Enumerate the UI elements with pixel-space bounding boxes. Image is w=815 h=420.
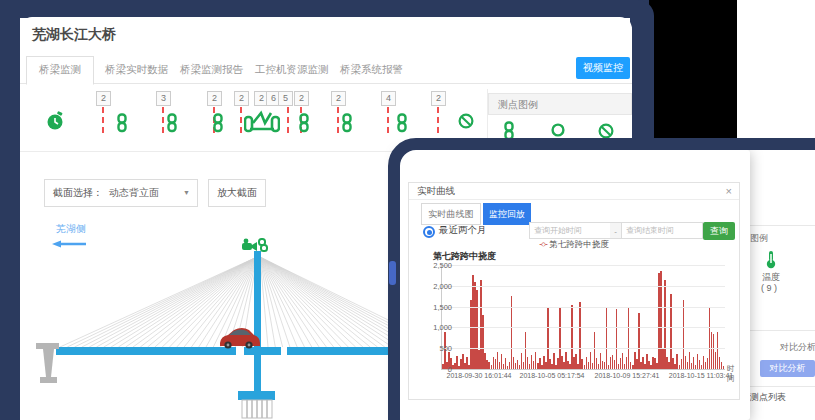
divider — [740, 386, 815, 387]
stopwatch-sensor-icon[interactable] — [46, 111, 62, 129]
tab-playback[interactable]: 监控回放 — [483, 203, 531, 225]
main-tab-5[interactable]: 桥梁系统报警 — [328, 57, 415, 82]
legend-panel-header: 测点图例 — [488, 93, 632, 115]
curve-dialog: 实时曲线 × 实时曲线图 监控回放 最近两个月 - 查询 -○- 第七跨跨中挠度… — [408, 182, 740, 400]
sensor-count-badge[interactable]: 2 — [331, 91, 346, 106]
query-end-time-input[interactable] — [621, 222, 703, 239]
main-tab-3[interactable]: 桥梁监测报告 — [168, 57, 255, 82]
section-select[interactable]: 截面选择： 动态背立面 ▼ — [44, 179, 198, 207]
divider — [740, 330, 815, 331]
link-sensor-icon[interactable] — [259, 239, 267, 251]
query-button[interactable]: 查询 — [703, 222, 735, 240]
gridline — [442, 286, 725, 287]
deck-joint — [281, 347, 287, 355]
alarm-dash-line — [102, 107, 104, 133]
right-panel-header: 图例 — [750, 232, 768, 245]
thermometer-icon[interactable] — [765, 250, 777, 273]
divider — [740, 225, 815, 226]
main-tabbar: 桥梁监测桥梁实时数据桥梁监测报告工控机资源监测桥梁系统报警 视频监控 — [20, 53, 632, 84]
bridge-tower — [254, 251, 261, 396]
overlay-frame-top — [0, 0, 649, 18]
recent-two-months-label: 最近两个月 — [439, 224, 487, 237]
camera-icon[interactable] — [242, 239, 257, 251]
x-tick-label: 2018-09-30 16:01:44 — [444, 372, 514, 379]
deck-joint — [236, 347, 244, 355]
link-sensor-icon[interactable] — [212, 113, 228, 131]
page-right-panel: 图例 温度 ( 9 ) 对比分析 对比分析 测点列表 — [740, 0, 815, 420]
link-sensor-icon[interactable] — [298, 113, 314, 131]
recent-two-months-radio[interactable] — [423, 226, 435, 238]
gridline — [442, 327, 725, 328]
link-sensor-icon[interactable] — [166, 113, 182, 131]
bearing-sensor-group-icon[interactable] — [244, 109, 260, 127]
sensor-count-badge[interactable]: 3 — [156, 91, 171, 106]
list-title: 测点列表 — [750, 391, 786, 404]
y-tick-label: 2,000 — [412, 282, 452, 291]
legend-label: 第七跨跨中挠度 — [549, 239, 609, 249]
alarm-dash-line — [337, 107, 339, 133]
overlay-frame-right — [630, 0, 654, 142]
legend-link-icon[interactable] — [503, 121, 519, 139]
legend-ring-icon[interactable] — [551, 123, 567, 141]
link-sensor-icon[interactable] — [341, 113, 357, 131]
x-tick-label: 2018-10-05 05:17:54 — [517, 372, 587, 379]
date-range-separator: - — [610, 222, 621, 239]
x-tick-label: 2018-10-09 15:27:41 — [592, 372, 662, 379]
realtime-curve-modal: 实时曲线 × 实时曲线图 监控回放 最近两个月 - 查询 -○- 第七跨跨中挠度… — [398, 150, 750, 420]
sensor-count-badge[interactable]: 2 — [431, 91, 446, 106]
close-icon[interactable]: × — [726, 184, 732, 198]
x-tick-label: 2018-10-15 11:03:41 — [666, 372, 736, 379]
main-tab-4[interactable]: 工控机资源监测 — [243, 57, 341, 82]
sensor-count-badge[interactable]: 2 — [207, 91, 222, 106]
screen: 图例 温度 ( 9 ) 对比分析 对比分析 测点列表 芜湖长江大桥 桥梁监测桥梁… — [0, 0, 815, 420]
dialog-title: 实时曲线 — [417, 185, 455, 198]
sensor-count-badge[interactable]: 2 — [96, 91, 111, 106]
y-tick-label: 2,500 — [412, 261, 452, 270]
left-abutment-pier — [36, 343, 59, 383]
query-start-time-input[interactable] — [529, 222, 611, 239]
page-title: 芜湖长江大桥 — [32, 26, 116, 44]
overlay-frame-left — [0, 0, 20, 420]
y-tick-label: 1,500 — [412, 303, 452, 312]
x-axis-title: 时间 — [727, 364, 739, 384]
tab-realtime-curve[interactable]: 实时曲线图 — [421, 203, 481, 225]
alarm-dash-line — [240, 107, 242, 133]
disabled-sensor-icon[interactable] — [458, 113, 474, 131]
chevron-down-icon: ▼ — [183, 180, 190, 206]
main-tab-1[interactable]: 桥梁监测 — [26, 56, 94, 85]
main-tab-2[interactable]: 桥梁实时数据 — [93, 57, 180, 82]
y-tick-label: 1,000 — [412, 323, 452, 332]
temp-count: ( 9 ) — [761, 283, 777, 293]
legend-ban-icon[interactable] — [598, 123, 614, 141]
alarm-dash-line — [287, 107, 289, 133]
alarm-dash-line — [437, 107, 439, 133]
video-monitor-button[interactable]: 视频监控 — [576, 57, 630, 79]
dialog-header: 实时曲线 × — [409, 183, 739, 200]
chart-bars — [442, 265, 725, 369]
alarm-dash-line — [162, 107, 164, 133]
gridline — [442, 348, 725, 349]
y-tick-label: 500 — [412, 344, 452, 353]
deflection-chart-plot — [441, 265, 725, 370]
compare-button[interactable]: 对比分析 — [760, 360, 815, 377]
compare-title: 对比分析 — [780, 341, 815, 354]
section-select-value: 动态背立面 — [109, 180, 159, 206]
link-sensor-icon[interactable] — [396, 113, 412, 131]
legend-marker-icon: -○- — [539, 239, 547, 249]
sensor-count-badge[interactable]: 4 — [381, 91, 396, 106]
zoom-section-button[interactable]: 放大截面 — [208, 179, 266, 207]
gridline — [442, 307, 725, 308]
sensor-count-badge[interactable]: 2 — [234, 91, 249, 106]
video-black-region — [649, 0, 737, 139]
alarm-dash-line — [387, 107, 389, 133]
sensor-count-badge[interactable]: 2 — [294, 91, 309, 106]
section-select-label: 截面选择： — [53, 180, 103, 206]
overlay-scroll-thumb — [389, 261, 396, 285]
tower-pedestal — [238, 391, 275, 400]
sensor-count-badge[interactable]: 5 — [278, 91, 293, 106]
legend-panel-icons — [488, 121, 632, 151]
link-sensor-icon[interactable] — [116, 113, 132, 131]
gridline — [442, 265, 725, 266]
tower-piles — [242, 400, 272, 418]
